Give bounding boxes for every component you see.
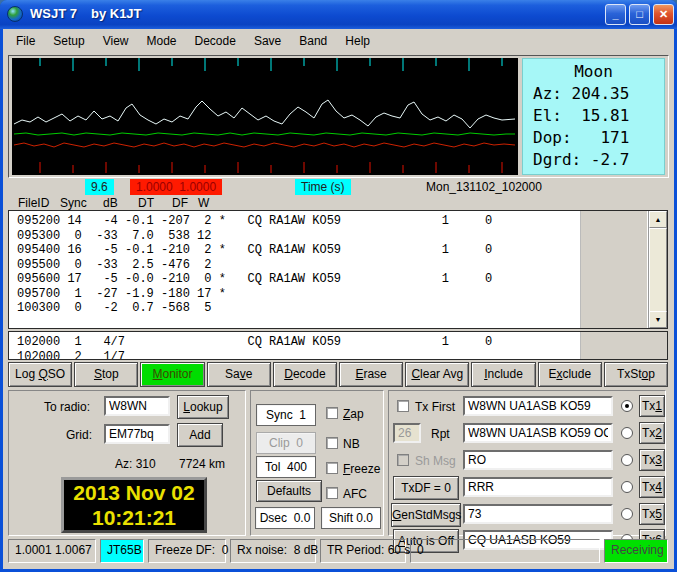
col-db: dB <box>103 196 118 210</box>
distance-label: 7724 km <box>179 457 225 471</box>
average-area-margin <box>580 332 667 359</box>
tx2-message-input[interactable] <box>463 423 613 443</box>
menu-item-band[interactable]: Band <box>290 30 336 52</box>
exclude-button[interactable]: Exclude <box>538 362 602 387</box>
moon-title: Moon <box>523 61 664 83</box>
red-trace <box>14 143 515 147</box>
close-button[interactable]: ✕ <box>653 4 674 25</box>
station-group: To radio: Lookup Grid: Add Az: 310 7724 … <box>8 390 246 536</box>
params-group: Sync 1 Clip 0 Tol 400 Defaults Zap NB Fr… <box>250 390 384 536</box>
minimize-button[interactable]: _ <box>605 4 626 25</box>
decode-scrollbar[interactable]: ▲ ▼ <box>648 211 667 328</box>
clear-avg-button[interactable]: Clear Avg <box>405 362 469 387</box>
bottom-ticks <box>40 162 502 173</box>
tx4-button[interactable]: Tx4 <box>639 476 665 498</box>
app-globe-icon <box>7 6 23 22</box>
decode-text-area[interactable]: 095200 14 -4 -0.1 -207 2 * CQ RA1AW KO59… <box>8 210 668 329</box>
sync-control[interactable]: Sync 1 <box>256 404 316 426</box>
menu-item-file[interactable]: File <box>7 30 44 52</box>
menu-item-decode[interactable]: Decode <box>186 30 245 52</box>
file-id-label: Mon_131102_102000 <box>420 179 548 195</box>
clock-time: 10:21:21 <box>64 505 204 530</box>
defaults-button[interactable]: Defaults <box>256 480 322 502</box>
afc-label: AFC <box>343 487 367 501</box>
status-freeze-df: Freeze DF: 0 <box>148 539 226 563</box>
grid-input[interactable] <box>104 424 170 444</box>
tx3-button[interactable]: Tx3 <box>639 449 665 471</box>
to-radio-input[interactable] <box>104 396 170 416</box>
monitor-button[interactable]: Monitor <box>140 362 204 387</box>
tx4-message-input[interactable] <box>463 477 613 497</box>
menu-bar: FileSetupViewModeDecodeSaveBandHelp <box>3 29 674 53</box>
txdf-button[interactable]: TxDF = 0 <box>393 476 459 500</box>
tx3-message-input[interactable] <box>463 450 613 470</box>
col-w: W <box>198 196 209 210</box>
nb-label: NB <box>343 437 360 451</box>
rate-cal-badge: 1.0000 1.0000 <box>130 179 222 195</box>
tx-first-checkbox[interactable] <box>397 400 409 412</box>
client-area: FileSetupViewModeDecodeSaveBandHelp Moon… <box>3 29 674 569</box>
top-ticks <box>40 58 502 71</box>
tx2-radio[interactable] <box>621 427 633 439</box>
scrollbar-thumb[interactable] <box>649 228 667 320</box>
window-title-byline: by K1JT <box>91 6 142 21</box>
add-button[interactable]: Add <box>177 423 223 447</box>
tx3-radio[interactable] <box>621 454 633 466</box>
menu-item-mode[interactable]: Mode <box>138 30 186 52</box>
time-axis-label: Time (s) <box>295 179 351 195</box>
menu-item-save[interactable]: Save <box>245 30 290 52</box>
decode-column-headers: FileID Sync dB DT DF W <box>3 196 674 210</box>
nb-checkbox[interactable] <box>326 437 338 449</box>
txstop-button[interactable]: TxStop <box>604 362 668 387</box>
decode-lines: 095200 14 -4 -0.1 -207 2 * CQ RA1AW KO59… <box>9 211 667 316</box>
zap-checkbox[interactable] <box>326 407 338 419</box>
tx1-message-input[interactable] <box>463 396 613 416</box>
zap-label: Zap <box>343 407 364 421</box>
status-tr-period: TR Period: 60 s <box>320 539 406 563</box>
erase-button[interactable]: Erase <box>339 362 403 387</box>
dsec-control[interactable]: Dsec 0.0 <box>255 507 315 529</box>
tx2-button[interactable]: Tx2 <box>639 422 665 444</box>
wsjt-window: WSJT 7by K1JT _ □ ✕ FileSetupViewModeDec… <box>0 0 677 572</box>
graph-panel: Moon Az: 204.35 El: 15.81 Dop: 171 Dgrd:… <box>8 55 669 178</box>
save-button[interactable]: Save <box>207 362 271 387</box>
title-bar[interactable]: WSJT 7by K1JT _ □ ✕ <box>0 0 677 29</box>
freeze-label: Freeze <box>343 462 380 476</box>
afc-checkbox[interactable] <box>326 487 338 499</box>
stop-button[interactable]: Stop <box>74 362 138 387</box>
menu-item-setup[interactable]: Setup <box>44 30 93 52</box>
col-dt: DT <box>138 196 154 210</box>
window-title: WSJT 7by K1JT <box>30 6 156 21</box>
tx-messages-group: Tx First Tx1 26 Rpt Tx2 Sh Msg Tx3 TxDF … <box>388 390 666 536</box>
menu-item-view[interactable]: View <box>94 30 138 52</box>
scroll-down-icon[interactable]: ▼ <box>649 311 667 328</box>
average-lines: 102000 1 4/7 CQ RA1AW KO59 1 0 102000 2 … <box>9 332 667 360</box>
tx1-button[interactable]: Tx1 <box>639 395 665 417</box>
decode-area-margin <box>580 211 647 328</box>
clock-date: 2013 Nov 02 <box>64 480 204 505</box>
tx4-radio[interactable] <box>621 481 633 493</box>
sh-msg-checkbox <box>397 454 409 466</box>
lookup-button[interactable]: Lookup <box>177 395 229 419</box>
menu-item-help[interactable]: Help <box>336 30 379 52</box>
freeze-checkbox[interactable] <box>326 462 338 474</box>
average-text-area[interactable]: 102000 1 4/7 CQ RA1AW KO59 1 0 102000 2 … <box>8 331 668 360</box>
scroll-up-icon[interactable]: ▲ <box>649 211 667 228</box>
decode-button[interactable]: Decode <box>273 362 337 387</box>
tx5-message-input[interactable] <box>463 504 613 524</box>
green-trace <box>14 133 515 135</box>
gen-std-msgs-button[interactable]: GenStdMsgs <box>391 503 461 527</box>
spectrum-plot <box>12 58 518 175</box>
include-button[interactable]: Include <box>471 362 535 387</box>
shift-control[interactable]: Shift 0.0 <box>321 507 381 529</box>
moon-data: Az: 204.35 El: 15.81 Dop: 171 Dgrd: -2.7 <box>523 83 664 171</box>
tol-control[interactable]: Tol 400 <box>256 456 316 478</box>
tx5-button[interactable]: Tx5 <box>639 503 665 525</box>
rpt-label: Rpt <box>431 427 450 441</box>
maximize-button[interactable]: □ <box>629 4 650 25</box>
log-qso-button[interactable]: Log QSO <box>8 362 72 387</box>
clip-control: Clip 0 <box>256 432 316 454</box>
tx1-radio[interactable] <box>621 400 633 412</box>
tx5-radio[interactable] <box>621 508 633 520</box>
status-mode-badge: JT65B <box>100 539 144 563</box>
